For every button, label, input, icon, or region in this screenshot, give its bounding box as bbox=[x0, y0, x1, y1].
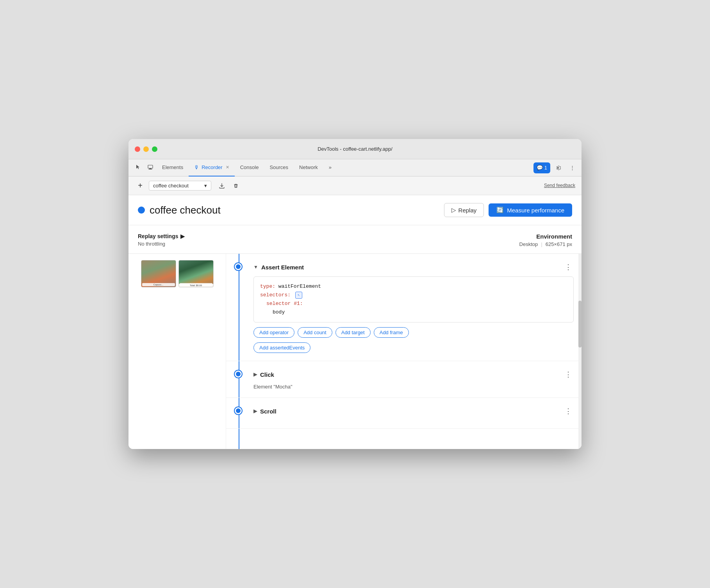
scrollbar-thumb[interactable] bbox=[578, 301, 582, 347]
tab-more[interactable]: » bbox=[323, 159, 337, 176]
title-bar: DevTools - coffee-cart.netlify.app/ bbox=[128, 139, 582, 159]
action-buttons-1: Add operator Add count Add target Add fr… bbox=[253, 327, 574, 353]
throttling-value: No throttling bbox=[138, 241, 185, 247]
kebab-icon: ⋮ bbox=[570, 165, 575, 171]
send-feedback-link[interactable]: Send feedback bbox=[544, 183, 575, 189]
toolbar-actions bbox=[216, 180, 242, 191]
environment-label: Environment bbox=[536, 233, 572, 240]
tab-recorder[interactable]: 🎙 Recorder ✕ bbox=[189, 159, 234, 176]
export-button[interactable] bbox=[216, 180, 228, 191]
scrollbar[interactable] bbox=[578, 254, 582, 449]
add-recording-button[interactable]: + bbox=[135, 180, 146, 191]
cursor-icon[interactable] bbox=[132, 162, 144, 174]
steps-area: Capucc... Mocha... Total: $0.00 bbox=[128, 254, 582, 449]
traffic-lights bbox=[135, 146, 157, 152]
tab-console[interactable]: Console bbox=[235, 159, 264, 176]
step-dot-2 bbox=[235, 371, 242, 378]
settings-label-text: Replay settings bbox=[138, 233, 178, 239]
recording-name: coffee checkout bbox=[153, 183, 189, 189]
selector-icon[interactable]: ↖ bbox=[295, 292, 302, 299]
tab-close-icon[interactable]: ✕ bbox=[226, 165, 229, 170]
delete-button[interactable] bbox=[230, 180, 242, 191]
replay-button[interactable]: ▷ Replay bbox=[444, 203, 484, 217]
replay-play-icon: ▷ bbox=[451, 207, 456, 214]
notification-count: 1 bbox=[544, 165, 547, 171]
code-value-body: body bbox=[273, 309, 285, 315]
add-target-button[interactable]: Add target bbox=[335, 327, 371, 338]
measure-label: Measure performance bbox=[507, 207, 564, 214]
step-header-1: ▼ Assert Element ⋮ bbox=[253, 262, 574, 273]
recorder-icon: 🎙 bbox=[194, 164, 199, 170]
code-line-type: type: waitForElement bbox=[260, 282, 567, 291]
step-title-text-1: Assert Element bbox=[261, 264, 304, 271]
more-options-button[interactable]: ⋮ bbox=[566, 162, 578, 173]
steps-wrapper: ▼ Assert Element ⋮ type: waitForElement … bbox=[226, 254, 582, 449]
close-button[interactable] bbox=[135, 146, 140, 152]
tab-network-label: Network bbox=[299, 164, 318, 170]
step-dot-3 bbox=[235, 407, 242, 414]
step-title-text-3: Scroll bbox=[260, 408, 277, 415]
step-title-2[interactable]: ▶ Click bbox=[253, 371, 274, 378]
code-key-type: type: bbox=[260, 283, 275, 289]
step-header-3: ▶ Scroll ⋮ bbox=[253, 406, 574, 417]
tab-elements-label: Elements bbox=[162, 164, 183, 170]
svg-rect-2 bbox=[148, 169, 152, 169]
device-icon[interactable] bbox=[144, 162, 157, 174]
recording-title-row: coffee checkout bbox=[138, 204, 221, 216]
svg-rect-1 bbox=[149, 168, 152, 169]
toolbar: + coffee checkout ▾ Send feedback bbox=[128, 176, 582, 195]
add-frame-button[interactable]: Add frame bbox=[374, 327, 409, 338]
add-count-button[interactable]: Add count bbox=[298, 327, 332, 338]
chat-icon: 💬 bbox=[537, 165, 543, 171]
svg-rect-0 bbox=[148, 165, 153, 168]
step-chevron-1: ▼ bbox=[253, 264, 258, 270]
recording-status-dot bbox=[138, 207, 145, 214]
thumbnail-1-label: Capucc... bbox=[142, 283, 175, 286]
step-code-block-1: type: waitForElement selectors: ↖ select… bbox=[253, 276, 574, 323]
step-title-1[interactable]: ▼ Assert Element bbox=[253, 264, 304, 271]
environment-value: Desktop | 625×671 px bbox=[519, 241, 572, 247]
step-title-3[interactable]: ▶ Scroll bbox=[253, 408, 277, 415]
notification-button[interactable]: 💬 1 bbox=[533, 162, 550, 173]
step-subtitle-2: Element "Mocha" bbox=[253, 384, 574, 390]
second-buttons-row: Add assertedEvents bbox=[253, 342, 574, 353]
replay-settings-toggle[interactable]: Replay settings ▶ bbox=[138, 233, 185, 239]
tab-elements[interactable]: Elements bbox=[157, 159, 189, 176]
step-dot-1 bbox=[235, 263, 242, 270]
settings-button[interactable] bbox=[552, 162, 564, 173]
code-line-body: body bbox=[260, 308, 567, 317]
settings-row: Replay settings ▶ No throttling Environm… bbox=[128, 225, 582, 254]
step-title-text-2: Click bbox=[260, 371, 274, 378]
step-menu-button-1[interactable]: ⋮ bbox=[563, 262, 574, 273]
step-menu-button-2[interactable]: ⋮ bbox=[563, 369, 574, 380]
settings-left: Replay settings ▶ No throttling bbox=[138, 233, 185, 247]
fullscreen-button[interactable] bbox=[152, 146, 157, 152]
step-header-2: ▶ Click ⋮ bbox=[253, 369, 574, 380]
tab-sources-label: Sources bbox=[269, 164, 288, 170]
recording-selector[interactable]: coffee checkout ▾ bbox=[149, 181, 211, 191]
thumbnail-2: Mocha... Total: $0.00 bbox=[178, 260, 214, 287]
add-asserted-events-button[interactable]: Add assertedEvents bbox=[253, 342, 310, 353]
more-tabs-icon: » bbox=[329, 164, 332, 170]
tab-network[interactable]: Network bbox=[294, 159, 323, 176]
measure-icon: 🔄 bbox=[496, 207, 504, 214]
settings-right: Environment Desktop | 625×671 px bbox=[519, 233, 572, 247]
add-operator-button[interactable]: Add operator bbox=[253, 327, 294, 338]
replay-label: Replay bbox=[458, 207, 477, 214]
code-line-selectors: selectors: ↖ bbox=[260, 291, 567, 299]
step-menu-button-3[interactable]: ⋮ bbox=[563, 406, 574, 417]
thumbnail-images: Capucc... Mocha... Total: $0.00 bbox=[141, 260, 214, 287]
recording-actions: ▷ Replay 🔄 Measure performance bbox=[444, 203, 572, 217]
minimize-button[interactable] bbox=[143, 146, 149, 152]
code-key-selector1: selector #1: bbox=[266, 301, 303, 306]
step-assert-element: ▼ Assert Element ⋮ type: waitForElement … bbox=[226, 254, 582, 361]
recording-header: coffee checkout ▷ Replay 🔄 Measure perfo… bbox=[128, 195, 582, 225]
step-chevron-2: ▶ bbox=[253, 372, 257, 377]
measure-performance-button[interactable]: 🔄 Measure performance bbox=[489, 203, 572, 217]
tab-recorder-label: Recorder bbox=[202, 164, 222, 170]
environment-type: Desktop bbox=[519, 241, 538, 247]
tab-sources[interactable]: Sources bbox=[264, 159, 294, 176]
tabs-bar: Elements 🎙 Recorder ✕ Console Sources Ne… bbox=[128, 159, 582, 176]
devtools-window: DevTools - coffee-cart.netlify.app/ Elem… bbox=[128, 139, 582, 449]
settings-expand-icon: ▶ bbox=[180, 233, 185, 239]
